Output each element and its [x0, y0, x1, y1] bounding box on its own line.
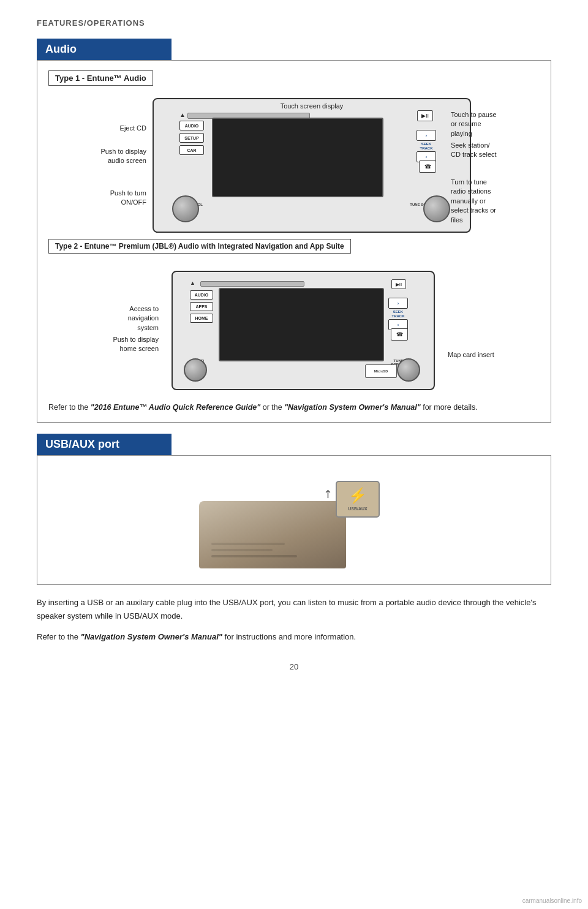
type2-left-labels: Access tonavigationsystem Push to displa… — [48, 265, 162, 396]
seek-track-group1: › SEEKTRACK ‹ — [417, 130, 436, 162]
seek-up-btn2[interactable]: › — [388, 298, 408, 309]
usb-desc2-italic: "Navigation System Owner's Manual" — [81, 632, 222, 641]
usb-section-header: USB/AUX port — [37, 434, 172, 455]
phone-btn1[interactable]: ☎ — [419, 160, 436, 173]
type1-diagram-area: Eject CD Push to displayaudio screen Pus… — [48, 92, 540, 239]
type2-left-buttons: AUDIO APPS HOME — [190, 290, 213, 323]
seek-station-label: Seek station/CD track select — [451, 141, 497, 160]
usb-port-box: ⚡ USB/AUX — [336, 481, 380, 518]
eject-cd-label: Eject CD — [120, 124, 146, 132]
map-card-label: Map card insert — [448, 350, 494, 360]
eject-icon: ▲ — [179, 111, 186, 118]
home-btn[interactable]: HOME — [190, 314, 213, 323]
touch-screen-label: Touch screen display — [154, 102, 470, 110]
usb-desc2-prefix: Refer to the — [37, 632, 81, 641]
console-base — [199, 501, 346, 568]
usb-desc2: Refer to the "Navigation System Owner's … — [37, 630, 551, 644]
type1-unit: Touch screen display ▲ ▶II AUDIO SETUP C… — [153, 98, 471, 233]
usb-section-box: ⚡ USB/AUX ↗ — [37, 455, 551, 585]
type2-right-labels: Map card insert — [442, 265, 540, 396]
usb-illustration: ⚡ USB/AUX ↗ — [199, 473, 389, 568]
access-nav-label: Access tonavigationsystem — [128, 304, 159, 333]
page-title: FEATURES/OPERATIONS — [37, 18, 551, 28]
play-pause-btn2[interactable]: ▶II — [391, 279, 406, 289]
type2-unit: ▲ ▶II AUDIO APPS HOME PWRVOL › SEEKTRACK… — [172, 271, 435, 390]
play-pause-btn[interactable]: ▶II — [417, 110, 433, 121]
type1-right-labels: Touch to pauseor resumeplaying Seek stat… — [445, 92, 540, 239]
tune-scroll-knob2[interactable] — [397, 358, 420, 382]
map-card-slot: MicroSD — [365, 364, 397, 378]
touch-pause-label: Touch to pauseor resumeplaying — [451, 110, 497, 138]
usb-diagram: ⚡ USB/AUX ↗ — [48, 472, 540, 570]
push-display-label: Push to displayaudio screen — [100, 147, 146, 166]
push-turn-label: Push to turnON/OFF — [110, 189, 146, 208]
apps-btn[interactable]: APPS — [190, 302, 213, 311]
watermark: carmanualsonline.info — [522, 897, 582, 904]
seek-track-label1: SEEKTRACK — [420, 142, 433, 150]
audio-btn2[interactable]: AUDIO — [190, 290, 213, 300]
left-buttons-group: AUDIO SETUP CAR — [179, 121, 204, 155]
type2-screen — [219, 288, 384, 361]
usb-desc1: By inserting a USB or an auxilary cable … — [37, 596, 551, 623]
audio-refer-text: Refer to the "2016 Entune™ Audio Quick R… — [48, 401, 540, 413]
eject-icon2: ▲ — [190, 280, 195, 286]
car-btn[interactable]: CAR — [179, 145, 204, 155]
type1-screen — [212, 118, 383, 197]
seek-track-group2: › SEEKTRACK ‹ — [388, 298, 408, 330]
usb-port-label: USB/AUX — [348, 507, 368, 511]
arrow-icon: ↗ — [320, 485, 336, 501]
audio-section-box: Type 1 - Entune™ Audio Eject CD Push to … — [37, 60, 551, 423]
turn-tune-label: Turn to tuneradio stationsmanually orsel… — [451, 178, 496, 225]
setup-btn[interactable]: SETUP — [179, 133, 204, 143]
audio-section-header: Audio — [37, 39, 172, 60]
type2-label: Type 2 - Entune™ Premium (JBL®) Audio wi… — [48, 239, 351, 254]
usb-icon: ⚡ — [349, 487, 367, 504]
seek-up-btn1[interactable]: › — [417, 130, 436, 141]
audio-btn[interactable]: AUDIO — [179, 121, 204, 130]
pwr-vol-knob2[interactable] — [184, 358, 207, 382]
eject-slot2 — [200, 281, 304, 287]
page-number: 20 — [37, 662, 551, 671]
phone-btn2[interactable]: ☎ — [391, 328, 408, 341]
type1-label: Type 1 - Entune™ Audio — [48, 70, 153, 86]
pwr-vol-knob1[interactable] — [172, 195, 199, 222]
type2-diagram-area: Access tonavigationsystem Push to displa… — [48, 265, 540, 396]
seek-track-label2: SEEKTRACK — [392, 310, 405, 318]
usb-desc2-rest: for instructions and more information. — [222, 632, 356, 641]
push-home-label: Push to displayhome screen — [113, 335, 159, 354]
type1-left-labels: Eject CD Push to displayaudio screen Pus… — [48, 92, 149, 239]
